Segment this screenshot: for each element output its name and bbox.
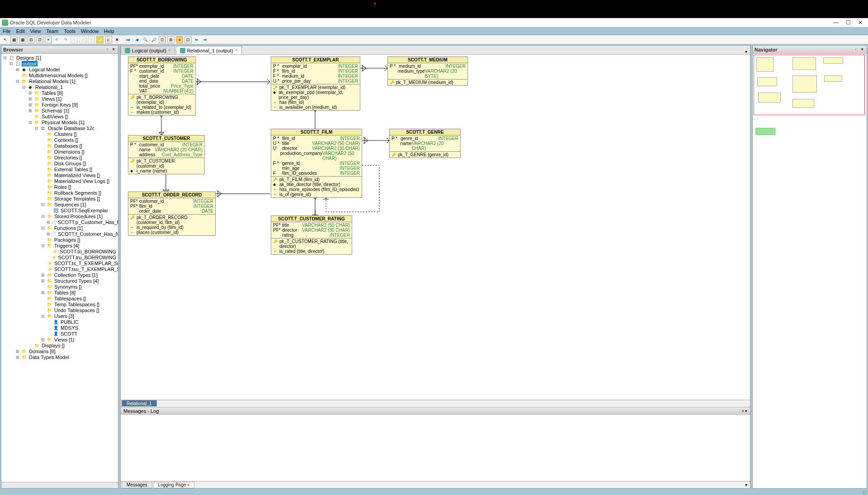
tree-expander[interactable]: ⊟ [40,314,45,318]
menu-help[interactable]: Help [104,28,114,34]
tree-synonyms[interactable]: Synonyms [] [53,284,83,290]
tree-expander[interactable]: ⊞ [40,279,45,283]
tree-expander[interactable]: ⊟ [40,243,45,248]
pointer-icon[interactable]: ↖ [2,36,9,43]
fk-icon[interactable]: ⊡ [36,36,43,43]
tree-structtypes[interactable]: Structured Types [4] [53,278,99,284]
tree-datatypes[interactable]: Data Types Model [28,355,70,360]
entity-genre[interactable]: SCOTT.T_GENREP *genre_idINTEGERnameVARCH… [389,129,461,158]
tree-expander[interactable]: ⊞ [28,97,33,101]
tree-trg3[interactable]: SCOTT.ts_T_EXEMPLAR_SeqExem [53,261,118,266]
tree-expander[interactable]: ⊞ [28,108,33,113]
tree-expander[interactable]: ⊟ [40,202,45,207]
tree-colltypes[interactable]: Collection Types [1] [53,272,99,278]
entity-film[interactable]: SCOTT.T_FILMP *film_idINTEGERU *titleVAR… [271,129,362,198]
tree-expander[interactable]: ⊟ [40,226,45,230]
tree-expander[interactable]: ⊞ [40,273,45,277]
msg-scroll-icon[interactable]: ▾ [745,482,750,487]
tree-roles[interactable]: Roles [] [53,184,72,190]
new-entity-icon[interactable]: ▦ [10,36,18,43]
undo-icon[interactable]: ↶ [53,36,61,43]
entity-borrowing[interactable]: SCOTT.T_BORROWINGPF*exemplar_idINTEGERF … [128,56,196,116]
tree-databases[interactable]: Databases [] [53,143,83,149]
tree-physical[interactable]: Physical Models [1] [41,120,85,125]
tab-menu-icon[interactable]: ▾ [745,49,750,54]
close-button[interactable]: ✕ [858,19,863,26]
delete-icon[interactable]: ✖ [113,36,121,43]
cut-icon[interactable]: ▫ [88,36,95,43]
tree-tempts[interactable]: Temp Tablespaces [] [53,302,100,307]
tree-trg2[interactable]: SCOTT.tru_BORROWING [57,255,117,260]
tree-dimensions[interactable]: Dimensions [] [53,149,85,154]
tree-expander[interactable]: ⊟ [15,79,20,84]
tree-subviews[interactable]: SubViews [] [41,114,69,119]
tree-expander[interactable]: ⊟ [2,56,7,60]
minimize-button[interactable]: — [833,19,839,26]
menu-file[interactable]: File [3,28,11,34]
menu-window[interactable]: Window [81,28,99,34]
panel-menu-icon[interactable]: ▾ [745,409,747,413]
tree-matviews[interactable]: Materialized Views [] [53,173,101,178]
entity-medium[interactable]: SCOTT.T_MEDIUMP *medium_idINTEGERmedium_… [387,56,468,86]
tree-expander[interactable]: ⊟ [9,61,14,66]
mark-icon[interactable]: ◐ [105,36,112,43]
bottom-tab-relational[interactable]: Relational_1 [122,400,157,406]
menu-edit[interactable]: Edit [16,28,25,34]
nav-first-icon[interactable]: ⏮ [124,36,132,43]
copy-icon[interactable]: ▫ [71,36,78,43]
tree-triggers[interactable]: Triggers [4] [53,243,80,248]
paste-icon[interactable]: ▫ [79,36,86,43]
tree-expander[interactable]: ⊞ [15,349,20,354]
entity-customer[interactable]: SCOTT.T_CUSTOMERP *customer_idINTEGERnam… [128,135,205,174]
tree-expander[interactable]: ⊞ [28,103,33,107]
zoom-out-icon[interactable]: 🔎 [150,36,157,43]
tree-designs[interactable]: Designs [1] [15,55,42,61]
db-icon[interactable]: ⊡ [184,36,192,43]
tree-expander[interactable]: ⊟ [21,85,26,89]
menu-team[interactable]: Team [46,28,58,34]
tree-sequences[interactable]: Sequences [1] [53,202,87,207]
tree-storedproc[interactable]: Stored Procedures [1] [53,214,104,219]
tree-displays[interactable]: Displays [] [41,343,66,348]
menu-view[interactable]: View [30,28,41,34]
tree-spcust[interactable]: SCOTT.p_Customer_Has_Num_Film [57,219,118,225]
tree-trg4[interactable]: SCOTT.tsu_T_EXEMPLAR_SeqExe [53,266,118,272]
tree-users[interactable]: Users [3] [53,313,75,319]
ddl-icon[interactable]: ≡ [176,36,183,43]
tree-rollback[interactable]: Rollback Segments [] [53,190,102,196]
tree-packages[interactable]: Packages [] [53,237,81,243]
tree-diskgroups[interactable]: Disk Groups [] [53,161,87,166]
tree-expander[interactable]: ⊟ [28,120,33,125]
tab-logical[interactable]: Logical (output) × [121,46,175,54]
menu-tools[interactable]: Tools [64,28,75,34]
tab-close-icon[interactable]: × [168,48,171,53]
panel-minimize-icon[interactable]: ▫ [104,47,110,52]
tree-relmodels[interactable]: Relational Models [1] [28,79,76,84]
tree-expander[interactable]: ⊞ [15,67,20,72]
fit-icon[interactable]: ⊡ [159,36,166,43]
browser-tree[interactable]: ⊟📋Designs [1] ⊟📋output ⊞◉Logical Model 📁… [1,54,118,482]
nav-back-icon[interactable]: ⬅ [193,36,200,43]
panel-minimize-icon[interactable]: ▫ [853,47,859,52]
tree-logical[interactable]: Logical Model [28,67,61,72]
msg-tab-messages[interactable]: Messages [122,482,152,488]
tree-fncust[interactable]: SCOTT.f_Customer_Has_Num_Film [57,231,118,237]
tree-expander[interactable]: ⊞ [15,355,20,360]
tree-fk[interactable]: Foreign Keys [9] [41,102,79,107]
msg-tab-logging[interactable]: Logging Page ▾ [153,482,195,488]
tree-domains[interactable]: Domains [8] [28,349,57,354]
tree-expander[interactable]: ⊞ [40,290,45,295]
tree-output[interactable]: output [22,61,38,66]
tree-ext-tables[interactable]: External Tables [] [53,167,93,172]
entity-rating[interactable]: SCOTT.T_CUSTOMER_RATINGPF*titleVARCHAR2 … [271,215,352,255]
zoom-in-icon[interactable]: 🔍 [142,36,149,43]
tree-tables8b[interactable]: Tables [8] [53,290,76,295]
layout-icon[interactable]: ⊞ [167,36,175,43]
tree-clusters[interactable]: Clusters [] [53,131,78,137]
tree-expander[interactable]: ⊞ [40,337,45,342]
tree-seqexemplar[interactable]: SCOTT.SeqExemplar [60,208,109,213]
tree-views[interactable]: Views [1] [41,96,62,102]
tree-directories[interactable]: Directories [] [53,155,83,160]
entity-order[interactable]: SCOTT.T_ORDER_RECORDPF*customer_idINTEGE… [128,191,216,236]
new-view-icon[interactable]: ▦ [19,36,26,43]
